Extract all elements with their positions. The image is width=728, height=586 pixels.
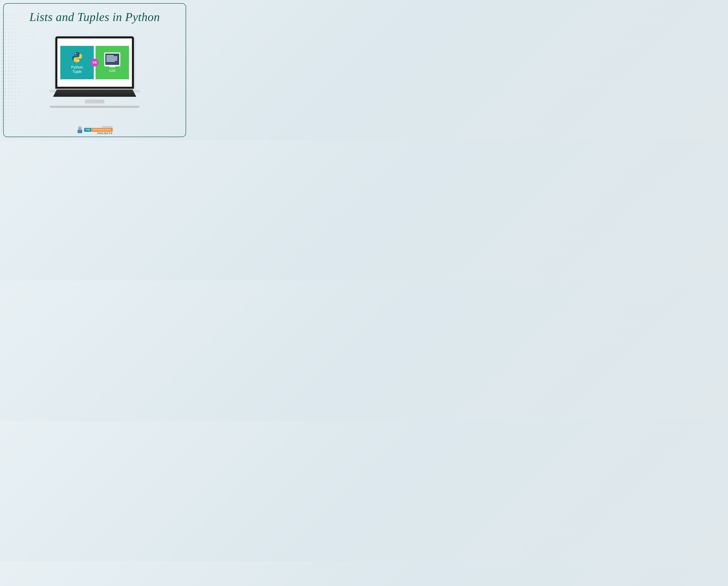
logo-engineering-text: ENGINEERING [92,128,112,132]
keyboard-icon [53,89,136,97]
tuple-card: Python Tuple [60,46,94,79]
trackpad-icon [85,100,105,104]
list-card: List [96,46,129,79]
footer-brand-logo: # technopreneur THE ENGINEERING PROJECTS [77,126,112,134]
python-logo-icon [71,51,83,63]
robot-mascot-icon [77,127,83,134]
screen-content: Python Tuple VS List [57,38,132,87]
svg-point-1 [78,60,79,61]
page-title: Lists and Tuples in Python [0,10,189,24]
svg-point-0 [75,53,76,54]
laptop-base [50,89,140,108]
tagline-text: # technopreneur [84,126,112,128]
list-card-label: List [109,69,115,73]
logo-projects-text: PROJECTS [84,132,112,134]
list-monitor-icon [104,53,120,66]
logo-the-text: THE [84,128,91,132]
laptop-screen: Python Tuple VS List [55,36,134,89]
laptop-illustration: Python Tuple VS List [50,36,140,108]
vs-badge: VS [91,59,99,66]
tuple-card-label: Python Tuple [71,65,83,74]
camera-icon [94,37,95,38]
